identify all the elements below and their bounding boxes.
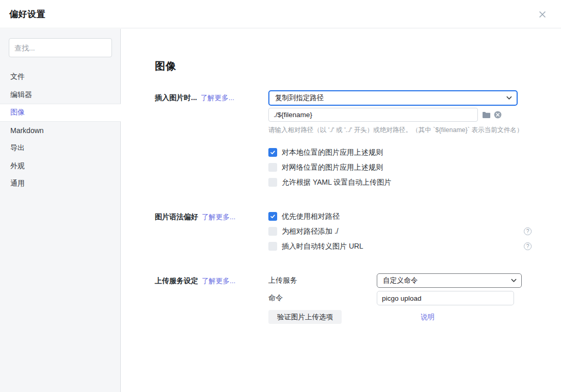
dialog-header: 偏好设置 xyxy=(0,0,561,28)
checkbox-label: 对网络位置的图片应用上述规则 xyxy=(282,163,383,172)
checkbox-escape-url[interactable] xyxy=(268,242,277,251)
insert-image-controls: 复制到指定路径 请输入相对路径（以 './' 或 '../' 开头）或绝对路径。… xyxy=(268,90,532,187)
checkbox-local-rule[interactable] xyxy=(268,148,277,157)
command-field-label: 命令 xyxy=(268,293,377,303)
validate-upload-button[interactable]: 验证图片上传选项 xyxy=(268,310,342,324)
checkbox-row-relative-path: 优先使用相对路径 xyxy=(268,212,532,221)
insert-action-select[interactable]: 复制到指定路径 xyxy=(268,90,518,106)
upload-learn-more-link[interactable]: 了解更多... xyxy=(202,277,235,285)
clear-input-icon[interactable] xyxy=(494,111,502,119)
upload-service-controls: 上传服务 自定义命令 命令 验证图片上传选项 说明 xyxy=(268,273,532,324)
checkbox-add-dot-slash[interactable] xyxy=(268,227,277,236)
sidebar-item-export[interactable]: 导出 xyxy=(0,139,120,157)
sidebar-item-editor[interactable]: 编辑器 xyxy=(0,86,120,104)
checkbox-row-escape-url: 插入时自动转义图片 URL ? xyxy=(268,242,532,251)
checkbox-row-yaml-upload: 允许根据 YAML 设置自动上传图片 xyxy=(268,178,532,187)
image-syntax-section-label: 图片语法偏好 xyxy=(155,213,198,221)
dialog-title: 偏好设置 xyxy=(9,8,45,20)
insert-action-select-value: 复制到指定路径 xyxy=(275,93,324,103)
image-syntax-label-col: 图片语法偏好了解更多... xyxy=(155,209,268,251)
checkbox-network-rule[interactable] xyxy=(268,163,277,172)
image-syntax-section: 图片语法偏好了解更多... 优先使用相对路径 为相对路径添加 ./ ? xyxy=(155,209,561,251)
syntax-checkbox-group: 优先使用相对路径 为相对路径添加 ./ ? 插入时自动转义图片 URL ? xyxy=(268,212,532,251)
settings-sidebar: 文件 编辑器 图像 Markdown 导出 外观 通用 xyxy=(0,29,121,392)
insert-checkbox-group: 对本地位置的图片应用上述规则 对网络位置的图片应用上述规则 允许根据 YAML … xyxy=(268,148,532,187)
checkbox-label: 优先使用相对路径 xyxy=(282,212,340,221)
checkbox-relative-path[interactable] xyxy=(268,212,277,221)
insert-image-label-col: 插入图片时...了解更多... xyxy=(155,90,268,187)
close-icon[interactable] xyxy=(537,9,548,20)
upload-service-select[interactable]: 自定义命令 xyxy=(377,273,522,288)
upload-service-section-label: 上传服务设定 xyxy=(155,276,198,285)
sidebar-nav: 文件 编辑器 图像 Markdown 导出 外观 通用 xyxy=(0,68,120,193)
insert-image-section: 插入图片时...了解更多... 复制到指定路径 请输入相对路径（以 './' 或… xyxy=(155,90,561,187)
page-title: 图像 xyxy=(155,59,561,73)
checkbox-label: 插入时自动转义图片 URL xyxy=(282,242,363,251)
checkbox-row-network-rule: 对网络位置的图片应用上述规则 xyxy=(268,163,532,172)
sidebar-item-appearance[interactable]: 外观 xyxy=(0,157,120,175)
checkbox-row-add-dot-slash: 为相对路径添加 ./ ? xyxy=(268,227,532,236)
checkbox-row-local-rule: 对本地位置的图片应用上述规则 xyxy=(268,148,532,157)
copy-path-input[interactable] xyxy=(268,108,478,122)
image-syntax-controls: 优先使用相对路径 为相对路径添加 ./ ? 插入时自动转义图片 URL ? xyxy=(268,209,532,251)
search-input[interactable] xyxy=(9,38,112,57)
sidebar-item-files[interactable]: 文件 xyxy=(0,68,120,86)
check-icon xyxy=(270,150,276,155)
upload-service-label-col: 上传服务设定了解更多... xyxy=(155,273,268,324)
checkbox-yaml-upload[interactable] xyxy=(268,178,277,187)
sidebar-item-image[interactable]: 图像 xyxy=(0,104,121,122)
validate-row: 验证图片上传选项 说明 xyxy=(268,310,532,324)
command-row: 命令 xyxy=(268,291,532,305)
check-icon xyxy=(270,214,276,219)
sidebar-item-general[interactable]: 通用 xyxy=(0,175,120,193)
checkbox-label: 为相对路径添加 ./ xyxy=(282,227,339,236)
chevron-down-icon xyxy=(511,279,517,283)
upload-service-row: 上传服务 自定义命令 xyxy=(268,273,532,288)
insert-learn-more-link[interactable]: 了解更多... xyxy=(201,94,234,102)
sidebar-item-markdown[interactable]: Markdown xyxy=(0,122,120,140)
doc-link[interactable]: 说明 xyxy=(421,313,435,322)
checkbox-label: 对本地位置的图片应用上述规则 xyxy=(282,148,383,157)
help-icon[interactable]: ? xyxy=(524,227,532,235)
chevron-down-icon xyxy=(506,96,512,100)
upload-service-select-value: 自定义命令 xyxy=(383,276,418,285)
path-hint-text: 请输入相对路径（以 './' 或 '../' 开头）或绝对路径。（其中 `${f… xyxy=(268,126,532,135)
help-icon[interactable]: ? xyxy=(524,242,532,250)
path-row xyxy=(268,108,532,122)
insert-image-section-label: 插入图片时... xyxy=(155,93,197,102)
command-input[interactable] xyxy=(377,291,514,305)
folder-icon[interactable] xyxy=(482,111,491,119)
settings-content: 图像 插入图片时...了解更多... 复制到指定路径 请输入相对路径（以 './… xyxy=(121,29,561,392)
syntax-learn-more-link[interactable]: 了解更多... xyxy=(202,213,235,221)
upload-service-field-label: 上传服务 xyxy=(268,276,377,285)
upload-service-section: 上传服务设定了解更多... 上传服务 自定义命令 命令 验证图片上传选项 说明 xyxy=(155,273,561,324)
checkbox-label: 允许根据 YAML 设置自动上传图片 xyxy=(282,178,391,187)
